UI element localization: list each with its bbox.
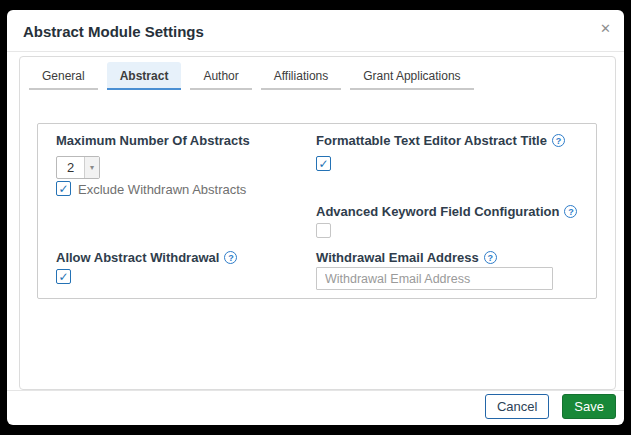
formattable-title-label: Formattable Text Editor Abstract Title ? — [316, 133, 565, 148]
abstract-module-settings-dialog: Abstract Module Settings ✕ General Abstr… — [7, 10, 624, 425]
help-icon[interactable]: ? — [484, 251, 497, 264]
exclude-withdrawn-checkbox[interactable]: ✓ — [56, 181, 71, 196]
max-abstracts-label: Maximum Number Of Abstracts — [56, 133, 250, 148]
close-icon[interactable]: ✕ — [600, 22, 611, 35]
withdrawal-email-label: Withdrawal Email Address ? — [316, 250, 497, 265]
max-abstracts-label-text: Maximum Number Of Abstracts — [56, 133, 250, 148]
advanced-keyword-checkbox[interactable] — [316, 223, 331, 238]
withdrawal-email-label-text: Withdrawal Email Address — [316, 250, 479, 265]
help-icon[interactable]: ? — [224, 251, 237, 264]
exclude-withdrawn-label: Exclude Withdrawn Abstracts — [78, 182, 246, 197]
formattable-title-checkbox[interactable]: ✓ — [316, 156, 331, 171]
allow-withdrawal-label-text: Allow Abstract Withdrawal — [56, 250, 219, 265]
advanced-keyword-label-text: Advanced Keyword Field Configuration — [316, 204, 559, 219]
tab-general[interactable]: General — [29, 62, 98, 90]
chevron-down-icon[interactable]: ▾ — [84, 157, 99, 178]
help-icon[interactable]: ? — [552, 134, 565, 147]
dialog-footer: Cancel Save — [7, 390, 624, 425]
tab-panel-container: General Abstract Author Affiliations Gra… — [19, 56, 616, 390]
help-icon[interactable]: ? — [564, 205, 577, 218]
allow-withdrawal-checkbox[interactable]: ✓ — [56, 269, 71, 284]
max-abstracts-select[interactable]: 2 ▾ — [56, 156, 100, 179]
tab-bar: General Abstract Author Affiliations Gra… — [20, 57, 615, 90]
withdrawal-email-input[interactable] — [316, 267, 553, 290]
save-button[interactable]: Save — [562, 394, 616, 419]
cancel-button[interactable]: Cancel — [485, 394, 549, 419]
tab-author[interactable]: Author — [190, 62, 251, 90]
formattable-title-label-text: Formattable Text Editor Abstract Title — [316, 133, 547, 148]
tab-grant-applications[interactable]: Grant Applications — [350, 62, 473, 90]
dialog-header: Abstract Module Settings ✕ — [7, 10, 624, 52]
abstract-settings-panel: Maximum Number Of Abstracts 2 ▾ ✓ Exclud… — [37, 123, 597, 299]
dialog-title: Abstract Module Settings — [23, 23, 608, 40]
dialog-body: General Abstract Author Affiliations Gra… — [7, 52, 624, 390]
tab-affiliations[interactable]: Affiliations — [261, 62, 341, 90]
tab-abstract[interactable]: Abstract — [107, 62, 182, 90]
advanced-keyword-label: Advanced Keyword Field Configuration ? — [316, 204, 577, 219]
allow-withdrawal-label: Allow Abstract Withdrawal ? — [56, 250, 237, 265]
max-abstracts-value: 2 — [57, 157, 84, 178]
